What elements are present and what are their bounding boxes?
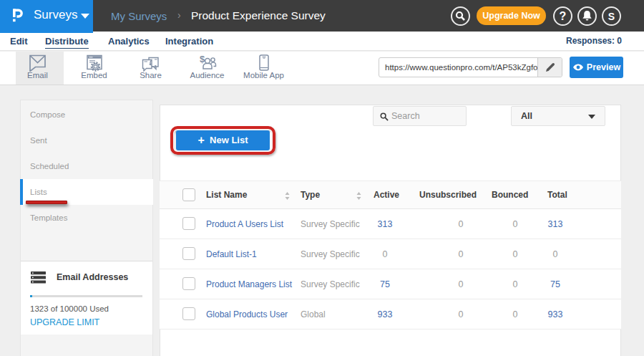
svg-text:$: $ — [200, 54, 205, 64]
